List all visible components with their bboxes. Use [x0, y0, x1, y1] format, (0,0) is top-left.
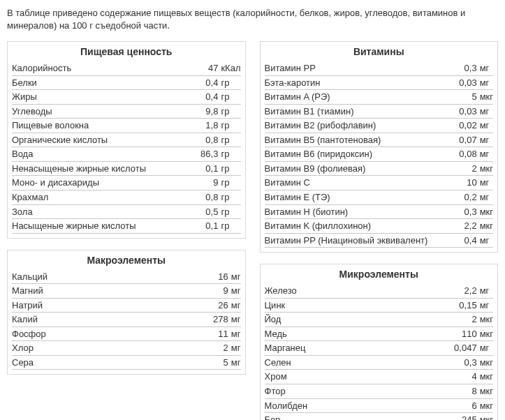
- row-name: Белки: [12, 75, 196, 90]
- macro-table: Кальций16мгМагний9мгНатрий26мгКалий278мг…: [12, 270, 241, 370]
- row-value: 0,4: [455, 233, 476, 248]
- row-value: 0,15: [450, 298, 477, 313]
- vitamins-title: Витамины: [265, 43, 494, 61]
- row-unit: мкг: [477, 204, 493, 219]
- row-name: Витамин B1 (тиамин): [265, 104, 455, 119]
- row-value: 0,1: [196, 219, 218, 234]
- row-name: Витамин A (РЭ): [265, 90, 455, 105]
- table-row: Витамин B2 (рибофлавин)0,02мг: [265, 119, 494, 133]
- row-value: 0,03: [455, 104, 476, 119]
- row-name: Хром: [265, 370, 451, 384]
- table-row: Натрий26мг: [12, 298, 241, 313]
- row-unit: мкг: [477, 384, 493, 399]
- row-unit: мг: [477, 147, 493, 162]
- table-row: Кальций16мг: [12, 270, 241, 284]
- row-name: Витамин B2 (рибофлавин): [265, 119, 455, 133]
- row-unit: гр: [218, 104, 240, 119]
- row-value: 9,8: [196, 104, 218, 119]
- table-row: Фосфор11мг: [12, 327, 241, 341]
- row-unit: гр: [218, 90, 240, 105]
- row-value: 0,8: [196, 190, 218, 205]
- row-unit: мг: [477, 104, 493, 119]
- table-row: Хром4мкг: [265, 370, 494, 384]
- table-row: Железо2,2мг: [265, 284, 494, 298]
- table-row: Витамин C10мг: [265, 176, 494, 190]
- row-value: 0,2: [455, 190, 476, 205]
- row-value: 86,3: [196, 147, 218, 162]
- row-value: 0,5: [196, 204, 218, 219]
- row-value: 5: [455, 90, 476, 105]
- row-name: Зола: [12, 204, 196, 219]
- table-row: Бэта-каротин0,03мг: [265, 75, 494, 90]
- row-unit: мг: [228, 341, 241, 356]
- table-row: Фтор8мкг: [265, 384, 494, 399]
- row-name: Кальций: [12, 270, 209, 284]
- table-row: Бор245мкг: [265, 413, 494, 420]
- row-name: Бэта-каротин: [265, 75, 455, 90]
- row-unit: мг: [228, 298, 241, 313]
- table-row: Калий278мг: [12, 313, 241, 327]
- table-row: Марганец0,047мг: [265, 341, 494, 356]
- micro-panel: Микроэлементы Железо2,2мгЦинк0,15мгЙод2м…: [260, 264, 499, 420]
- row-unit: мг: [477, 75, 493, 90]
- vitamins-panel: Витамины Витамин PP0,3мгБэта-каротин0,03…: [260, 41, 499, 253]
- row-name: Ненасыщеные жирные кислоты: [12, 161, 196, 176]
- row-name: Жиры: [12, 90, 196, 105]
- macro-title: Макроэлементы: [12, 252, 241, 270]
- row-name: Витамин H (биотин): [265, 204, 455, 219]
- table-row: Витамин H (биотин)0,3мкг: [265, 204, 494, 219]
- row-value: 10: [455, 176, 476, 190]
- table-row: Зола0,5гр: [12, 204, 241, 219]
- macro-panel: Макроэлементы Кальций16мгМагний9мгНатрий…: [7, 250, 246, 375]
- row-value: 4: [450, 370, 477, 384]
- row-unit: мг: [477, 61, 493, 75]
- row-name: Натрий: [12, 298, 209, 313]
- row-unit: гр: [218, 219, 240, 234]
- table-row: Витамин B6 (пиридоксин)0,08мг: [265, 147, 494, 162]
- row-unit: мг: [228, 327, 241, 341]
- row-unit: мкг: [477, 219, 493, 234]
- row-value: 0,3: [450, 355, 477, 370]
- row-name: Витамин PP: [265, 61, 455, 75]
- row-unit: мкг: [477, 327, 493, 341]
- nutrition-table: Калорийность47кКалБелки0,4грЖиры0,4грУгл…: [12, 61, 241, 234]
- row-value: 110: [450, 327, 477, 341]
- row-unit: гр: [218, 147, 240, 162]
- row-value: 0,047: [450, 341, 477, 356]
- row-value: 0,1: [196, 161, 218, 176]
- row-value: 26: [209, 298, 228, 313]
- row-name: Железо: [265, 284, 451, 298]
- table-row: Витамин PP (Ниациновый эквивалент)0,4мг: [265, 233, 494, 248]
- vitamins-table: Витамин PP0,3мгБэта-каротин0,03мгВитамин…: [265, 61, 494, 248]
- row-unit: мг: [228, 313, 241, 327]
- row-name: Молибден: [265, 398, 451, 413]
- row-value: 9: [196, 176, 218, 190]
- table-row: Органические кислоты0,8гр: [12, 133, 241, 147]
- table-row: Углеводы9,8гр: [12, 104, 241, 119]
- row-value: 278: [209, 313, 228, 327]
- row-name: Сера: [12, 355, 209, 370]
- row-value: 0,4: [196, 90, 218, 105]
- row-name: Селен: [265, 355, 451, 370]
- row-name: Крахмал: [12, 190, 196, 205]
- table-row: Селен0,3мкг: [265, 355, 494, 370]
- row-value: 8: [450, 384, 477, 399]
- row-unit: гр: [218, 75, 240, 90]
- row-unit: мкг: [477, 355, 493, 370]
- row-name: Бор: [265, 413, 451, 420]
- table-row: Пищевые волокна1,8гр: [12, 119, 241, 133]
- row-name: Пищевые волокна: [12, 119, 196, 133]
- row-value: 2: [455, 161, 476, 176]
- row-value: 0,3: [455, 204, 476, 219]
- row-value: 16: [209, 270, 228, 284]
- row-name: Фтор: [265, 384, 451, 399]
- row-unit: гр: [218, 190, 240, 205]
- row-unit: мг: [477, 298, 493, 313]
- row-name: Йод: [265, 313, 451, 327]
- row-name: Витамин E (ТЭ): [265, 190, 455, 205]
- table-row: Витамин PP0,3мг: [265, 61, 494, 75]
- row-unit: гр: [218, 204, 240, 219]
- row-value: 0,03: [455, 75, 476, 90]
- row-value: 0,4: [196, 75, 218, 90]
- row-value: 2,2: [450, 284, 477, 298]
